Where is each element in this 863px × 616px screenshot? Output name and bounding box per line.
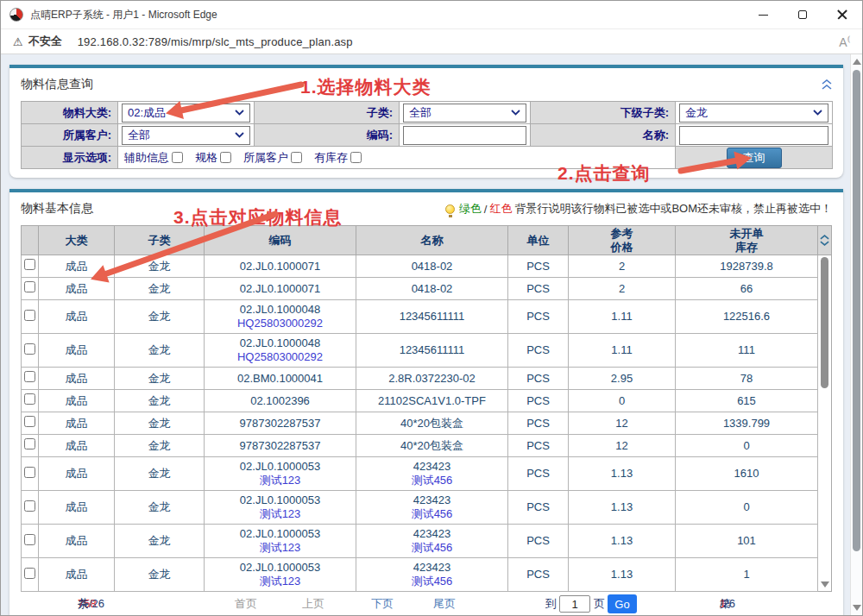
cell-code: 02.JL0.1000053测试123 [205, 491, 356, 525]
address-bar[interactable]: ⚠ 不安全 192.168.0.32:789/mis/mrp/slc_mts_p… [1, 28, 862, 54]
subclass-select[interactable]: 全部 [403, 104, 526, 123]
cell-category: 成品 [39, 390, 115, 412]
scroll-up-icon[interactable] [853, 59, 861, 65]
page-content: 物料信息查询 物料大类: 02:成品 子类: 全部 下级子类: 金龙 所属客户: [1, 54, 862, 615]
table-row[interactable]: 成品 金龙 02.JL0.1000048HQ25803000292 123456… [22, 300, 818, 334]
table-row[interactable]: 成品 金龙 02.JL0.1000053测试123 423423测试456 PC… [22, 558, 818, 592]
row-checkbox[interactable] [24, 310, 35, 321]
titlebar: 点晴ERP子系统 - 用户1 - Microsoft Edge [1, 1, 862, 28]
material-category-select[interactable]: 02:成品 [122, 104, 250, 123]
row-checkbox[interactable] [24, 281, 35, 292]
table-scroll-down-icon[interactable] [821, 581, 829, 588]
go-button[interactable]: Go [608, 594, 637, 613]
next-page-link[interactable]: 下页 [371, 592, 394, 615]
table-scrollbar-thumb[interactable] [821, 257, 828, 388]
cell-name: 12345611111 [356, 300, 508, 334]
table-row[interactable]: 成品 金龙 9787302287537 40*20包装盒 PCS 12 1339… [22, 412, 818, 435]
cell-unit: PCS [508, 558, 569, 592]
row-checkbox[interactable] [24, 500, 35, 512]
row-checkbox[interactable] [24, 568, 35, 579]
cell-unit: PCS [508, 368, 569, 390]
row-checkbox[interactable] [24, 259, 35, 270]
row-checkbox[interactable] [24, 438, 35, 449]
url-text[interactable]: 192.168.0.32:789/mis/mrp/slc_mts_produce… [78, 35, 353, 48]
lightbulb-icon [445, 204, 455, 214]
table-row[interactable]: 成品 金龙 02.JL0.1000071 0418-02 PCS 2 66 [22, 278, 818, 300]
material-table: 大类 子类 编码 名称 单位 参考价格 未开单库存 成品 金龙 02.JL0.1… [21, 225, 818, 592]
collapse-panel-icon[interactable] [822, 79, 832, 90]
subclass-value: 全部 [409, 105, 432, 121]
aux-info-checkbox[interactable] [172, 152, 183, 163]
table-row[interactable]: 成品 金龙 9787302287537 40*20包装盒 PCS 12 0 [22, 435, 818, 457]
header-checkbox-col [22, 226, 39, 255]
cell-code: 9787302287537 [205, 435, 356, 457]
row-checkbox[interactable] [24, 343, 35, 355]
first-page-link[interactable]: 首页 [235, 592, 257, 615]
spec-option-label: 规格 [195, 150, 217, 166]
table-scrollbar[interactable] [818, 225, 832, 592]
cell-name: 423423测试456 [356, 457, 508, 491]
cell-subcategory: 金龙 [115, 255, 205, 278]
header-category: 大类 [39, 226, 115, 255]
cell-stock: 0 [676, 435, 818, 457]
cell-unit: PCS [508, 334, 569, 368]
cell-code: 02.JL0.1000048HQ25803000292 [205, 334, 356, 368]
cell-code: 02.JL0.1000071 [205, 278, 356, 300]
customer-label: 所属客户: [22, 124, 118, 147]
search-button[interactable]: 查询 [727, 148, 782, 168]
tip-rest-text: 背景行说明该行物料已被选中或BOM还未审核，禁止再被选中！ [514, 201, 832, 217]
cell-unit: PCS [508, 491, 569, 525]
name-input[interactable] [679, 126, 828, 145]
scroll-down-icon[interactable] [853, 605, 861, 611]
read-aloud-icon[interactable]: A⦅ [839, 34, 850, 49]
row-checkbox[interactable] [24, 467, 35, 478]
table-row[interactable]: 成品 金龙 02.1002396 21102SCA1V1.0-TPF PCS 0… [22, 390, 818, 412]
selection-tip: 绿色/红色背景行说明该行物料已被选中或BOM还未审核，禁止再被选中！ [445, 201, 832, 217]
table-row[interactable]: 成品 金龙 02.JL0.1000053测试123 423423测试456 PC… [22, 457, 818, 491]
expand-collapse-rows-icon[interactable] [818, 226, 831, 255]
cell-stock: 0 [676, 491, 818, 525]
cell-price: 1.13 [569, 491, 676, 525]
prev-page-link[interactable]: 上页 [302, 592, 324, 615]
cell-unit: PCS [508, 525, 569, 558]
row-checkbox[interactable] [24, 534, 35, 545]
table-row[interactable]: 成品 金龙 02.JL0.1000053测试123 423423测试456 PC… [22, 525, 818, 558]
header-unit: 单位 [508, 226, 569, 255]
cell-subcategory: 金龙 [115, 491, 205, 525]
code-input[interactable] [403, 126, 526, 145]
page-scrollbar-thumb[interactable] [853, 70, 860, 551]
table-header-row: 大类 子类 编码 名称 单位 参考价格 未开单库存 [22, 226, 818, 255]
table-scrollbar-track[interactable] [818, 255, 831, 591]
table-row[interactable]: 成品 金龙 02.BM0.1000041 2.8R.0372230-02 PCS… [22, 368, 818, 390]
cell-subcategory: 金龙 [115, 525, 205, 558]
table-row[interactable]: 成品 金龙 02.JL0.1000048HQ25803000292 123456… [22, 334, 818, 368]
maximize-button[interactable] [783, 1, 822, 28]
not-secure-warning-icon: ⚠ [13, 35, 23, 48]
cell-category: 成品 [39, 491, 115, 525]
cell-price: 1.11 [569, 334, 676, 368]
results-panel: 物料基本信息 绿色/红色背景行说明该行物料已被选中或BOM还未审核，禁止再被选中… [9, 189, 843, 615]
has-stock-checkbox[interactable] [350, 152, 362, 163]
cell-name: 423423测试456 [356, 525, 508, 558]
aux-info-option-label: 辅助信息 [124, 150, 169, 166]
close-button[interactable] [822, 1, 862, 28]
customer-select[interactable]: 全部 [122, 126, 250, 145]
table-row[interactable]: 成品 金龙 02.JL0.1000071 0418-02 PCS 2 19287… [22, 255, 818, 278]
row-checkbox[interactable] [24, 393, 35, 405]
minimize-button[interactable] [743, 1, 783, 28]
row-checkbox[interactable] [24, 416, 35, 427]
last-page-link[interactable]: 尾页 [433, 592, 456, 615]
code-label: 编码: [255, 124, 400, 147]
customer-checkbox[interactable] [291, 152, 302, 163]
cell-unit: PCS [508, 300, 569, 334]
page-number-input[interactable] [559, 595, 590, 613]
cell-price: 2.95 [569, 368, 676, 390]
lower-subclass-select[interactable]: 金龙 [679, 104, 828, 123]
cell-category: 成品 [39, 334, 115, 368]
row-checkbox[interactable] [24, 371, 35, 382]
page-scrollbar[interactable] [850, 54, 862, 615]
table-row[interactable]: 成品 金龙 02.JL0.1000053测试123 423423测试456 PC… [22, 491, 818, 525]
spec-checkbox[interactable] [220, 152, 231, 163]
security-label[interactable]: 不安全 [28, 34, 62, 49]
tip-green-text: 绿色 [459, 201, 482, 217]
